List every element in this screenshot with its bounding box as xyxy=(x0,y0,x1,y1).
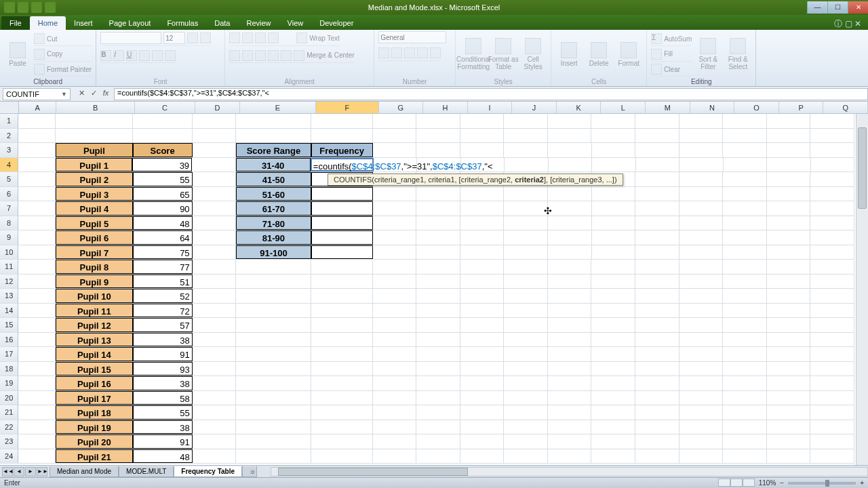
cell-F13[interactable] xyxy=(311,289,373,303)
cell-E12[interactable] xyxy=(236,274,311,289)
cell-O9[interactable] xyxy=(723,230,767,245)
cell-N16[interactable] xyxy=(679,333,724,347)
cell-O1[interactable] xyxy=(723,114,767,128)
cell-G21[interactable] xyxy=(373,405,417,420)
cell-L9[interactable] xyxy=(592,230,636,245)
cell-K6[interactable] xyxy=(548,187,592,201)
cell-F2[interactable] xyxy=(311,129,373,143)
tab-home[interactable]: Home xyxy=(30,16,66,30)
column-header-E[interactable]: E xyxy=(240,102,316,113)
cell-C11[interactable]: 77 xyxy=(133,260,193,274)
cell-Q11[interactable] xyxy=(810,260,854,274)
increase-decimal-icon[interactable] xyxy=(417,47,428,58)
cell-H16[interactable] xyxy=(416,333,460,347)
cell-D2[interactable] xyxy=(193,129,237,143)
cell-A23[interactable] xyxy=(18,434,56,449)
cell-P18[interactable] xyxy=(767,362,811,376)
cell-A8[interactable] xyxy=(18,216,56,230)
cell-E14[interactable] xyxy=(236,304,311,318)
name-box[interactable]: COUNTIF▼ xyxy=(3,88,71,100)
tab-data[interactable]: Data xyxy=(206,16,238,30)
cell-L2[interactable] xyxy=(591,129,635,143)
cell-J21[interactable] xyxy=(504,405,548,420)
cell-E16[interactable] xyxy=(236,333,311,347)
cell-K4[interactable] xyxy=(549,158,592,172)
cell-J6[interactable] xyxy=(504,187,548,201)
cell-B6[interactable]: Pupil 3 xyxy=(56,187,132,201)
cell-M17[interactable] xyxy=(635,347,679,361)
cell-Q21[interactable] xyxy=(810,405,854,420)
undo-icon[interactable] xyxy=(31,2,42,13)
cell-N4[interactable] xyxy=(679,158,723,172)
cell-N2[interactable] xyxy=(679,129,724,143)
maximize-button[interactable]: ☐ xyxy=(827,1,848,14)
cell-G9[interactable] xyxy=(373,230,417,245)
cell-B20[interactable]: Pupil 17 xyxy=(56,391,132,405)
cell-F14[interactable] xyxy=(311,304,373,318)
column-header-K[interactable]: K xyxy=(557,102,601,113)
cell-L13[interactable] xyxy=(591,289,635,303)
cell-N17[interactable] xyxy=(679,347,724,361)
row-header-23[interactable]: 23 xyxy=(0,434,18,449)
cell-N5[interactable] xyxy=(679,172,724,186)
cell-O18[interactable] xyxy=(723,362,767,376)
cell-B22[interactable]: Pupil 19 xyxy=(56,420,132,434)
minimize-button[interactable]: — xyxy=(807,1,827,14)
cell-P19[interactable] xyxy=(767,376,811,390)
cell-A20[interactable] xyxy=(18,391,56,405)
cell-H17[interactable] xyxy=(416,347,460,361)
cell-J24[interactable] xyxy=(504,449,548,464)
cell-J9[interactable] xyxy=(504,230,548,245)
cell-M12[interactable] xyxy=(635,274,679,289)
cell-B10[interactable]: Pupil 7 xyxy=(56,245,132,260)
cell-N24[interactable] xyxy=(679,449,724,464)
cell-L18[interactable] xyxy=(591,362,635,376)
cell-F8[interactable] xyxy=(311,216,373,230)
cell-K9[interactable] xyxy=(548,230,592,245)
insert-function-button[interactable]: fx xyxy=(100,89,111,100)
cell-K17[interactable] xyxy=(548,347,592,361)
cell-B5[interactable]: Pupil 2 xyxy=(56,172,132,186)
cell-G24[interactable] xyxy=(373,449,417,464)
cell-H11[interactable] xyxy=(416,260,460,274)
cell-I18[interactable] xyxy=(460,362,505,376)
cell-M2[interactable] xyxy=(635,129,679,143)
row-header-18[interactable]: 18 xyxy=(0,362,18,376)
cell-G23[interactable] xyxy=(373,434,417,449)
cell-M22[interactable] xyxy=(635,420,679,434)
cell-K7[interactable] xyxy=(548,201,592,216)
column-header-C[interactable]: C xyxy=(135,102,195,113)
align-center-icon[interactable] xyxy=(242,50,253,61)
cell-A12[interactable] xyxy=(18,274,56,289)
cell-Q23[interactable] xyxy=(810,434,854,449)
cell-Q18[interactable] xyxy=(810,362,854,376)
cell-N10[interactable] xyxy=(679,245,724,260)
cell-G17[interactable] xyxy=(373,347,417,361)
cell-I24[interactable] xyxy=(460,449,505,464)
cell-L4[interactable] xyxy=(592,158,635,172)
prev-sheet-button[interactable]: ◄ xyxy=(14,467,24,476)
cell-O14[interactable] xyxy=(723,304,767,318)
cell-H2[interactable] xyxy=(416,129,460,143)
cell-M20[interactable] xyxy=(635,391,679,405)
cell-F16[interactable] xyxy=(311,333,373,347)
format-as-table-button[interactable]: Format as Table xyxy=(490,38,517,70)
cell-N7[interactable] xyxy=(679,201,724,216)
cell-L24[interactable] xyxy=(591,449,635,464)
column-header-I[interactable]: I xyxy=(468,102,513,113)
cell-D21[interactable] xyxy=(193,405,237,420)
find-select-button[interactable]: Find & Select xyxy=(724,38,751,70)
cell-H7[interactable] xyxy=(416,201,460,216)
number-format-combo[interactable] xyxy=(378,31,446,43)
cell-E22[interactable] xyxy=(236,420,311,434)
cell-Q14[interactable] xyxy=(810,304,854,318)
cell-P5[interactable] xyxy=(767,172,811,186)
cell-E4[interactable]: 31-40 xyxy=(236,158,311,172)
cell-O21[interactable] xyxy=(723,405,767,420)
cell-K15[interactable] xyxy=(548,318,592,332)
column-header-P[interactable]: P xyxy=(779,102,824,113)
redo-icon[interactable] xyxy=(45,2,56,13)
cell-A19[interactable] xyxy=(18,376,56,390)
cut-button[interactable]: Cut xyxy=(34,32,92,47)
cell-P20[interactable] xyxy=(767,391,811,405)
